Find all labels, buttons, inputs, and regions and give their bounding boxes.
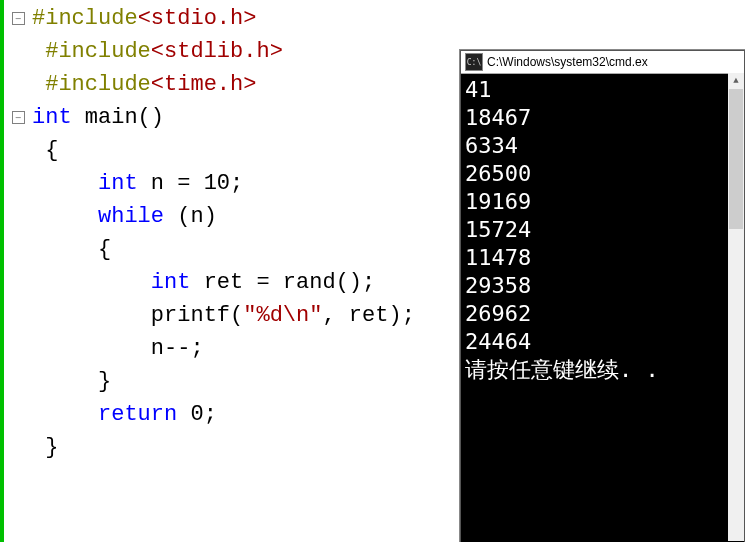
code-token: } xyxy=(32,435,58,460)
scroll-thumb[interactable] xyxy=(729,89,743,229)
code-token: "%d\n" xyxy=(243,303,322,328)
gutter-row xyxy=(4,398,32,431)
gutter-row xyxy=(4,233,32,266)
scroll-up-button[interactable]: ▲ xyxy=(728,73,744,89)
gutter-row xyxy=(4,200,32,233)
code-token: , ret); xyxy=(322,303,414,328)
code-line[interactable]: #include<stdio.h> xyxy=(32,2,745,35)
code-token: <stdio.h> xyxy=(138,6,257,31)
code-token: <time.h> xyxy=(151,72,257,97)
code-token: int xyxy=(32,105,72,130)
gutter-row: − xyxy=(4,101,32,134)
code-token: printf( xyxy=(32,303,243,328)
cmd-icon: C:\ xyxy=(465,53,483,71)
console-title: C:\Windows\system32\cmd.ex xyxy=(487,55,648,69)
gutter-row xyxy=(4,299,32,332)
code-token: 0; xyxy=(177,402,217,427)
gutter-row xyxy=(4,134,32,167)
code-token: #include xyxy=(32,39,151,64)
code-token: return xyxy=(98,402,177,427)
code-token: n--; xyxy=(32,336,204,361)
fold-collapse-icon[interactable]: − xyxy=(12,111,25,124)
code-token: #include xyxy=(32,6,138,31)
gutter-row xyxy=(4,167,32,200)
code-token xyxy=(32,171,98,196)
code-token: while xyxy=(98,204,164,229)
gutter-row xyxy=(4,266,32,299)
code-token: } xyxy=(32,369,111,394)
code-token: n = 10; xyxy=(138,171,244,196)
code-token: { xyxy=(32,138,58,163)
code-token: <stdlib.h> xyxy=(151,39,283,64)
console-window[interactable]: C:\ C:\Windows\system32\cmd.ex 41 18467 … xyxy=(460,50,745,542)
gutter-row xyxy=(4,68,32,101)
console-output: 41 18467 6334 26500 19169 15724 11478 29… xyxy=(461,74,744,542)
gutter-row xyxy=(4,365,32,398)
code-token: #include xyxy=(32,72,151,97)
gutter-row xyxy=(4,431,32,464)
gutter-row: − xyxy=(4,2,32,35)
code-token: int xyxy=(151,270,191,295)
code-token: { xyxy=(32,237,111,262)
code-token xyxy=(32,270,151,295)
gutter-row xyxy=(4,332,32,365)
console-titlebar[interactable]: C:\ C:\Windows\system32\cmd.ex xyxy=(461,51,744,74)
code-token: (n) xyxy=(164,204,217,229)
gutter-row xyxy=(4,35,32,68)
code-token: int xyxy=(98,171,138,196)
console-scrollbar[interactable]: ▲ xyxy=(728,73,744,541)
code-token: ret = rand(); xyxy=(190,270,375,295)
code-gutter: −− xyxy=(4,0,32,542)
code-token xyxy=(32,204,98,229)
code-token xyxy=(32,402,98,427)
fold-collapse-icon[interactable]: − xyxy=(12,12,25,25)
code-token: main() xyxy=(72,105,164,130)
